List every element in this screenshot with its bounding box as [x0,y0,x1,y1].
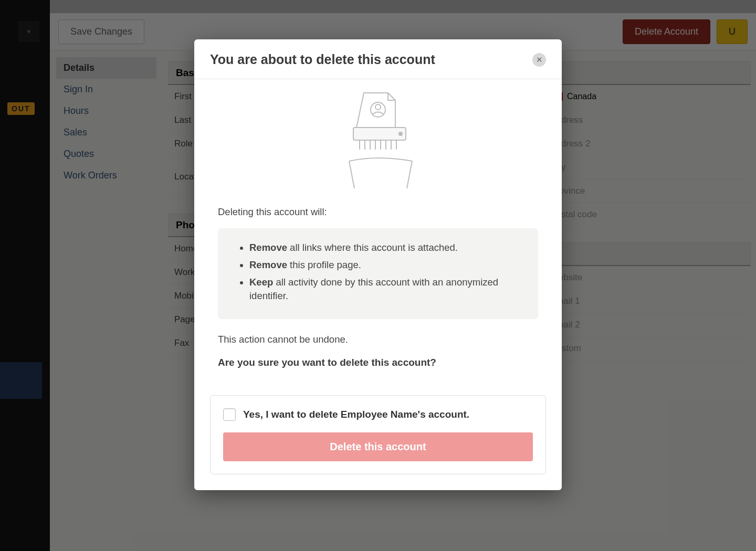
modal-close-button[interactable]: ✕ [532,53,546,67]
bullet2-strong: Remove [249,259,287,270]
bullet1-text: all links where this account is attached… [287,242,458,253]
shredder-illustration-icon [339,91,417,190]
modal-confirm-question: Are you sure you want to delete this acc… [218,356,538,370]
confirm-checkbox[interactable] [223,408,236,421]
bullet2-text: this profile page. [287,259,361,270]
modal-warning: This action cannot be undone. [218,333,538,346]
confirm-checkbox-label: Yes, I want to delete Employee Name's ac… [243,409,469,420]
modal-title: You are about to delete this account [210,52,435,67]
svg-rect-2 [353,128,406,140]
svg-point-3 [399,132,402,135]
consequence-list: Remove all links where this account is a… [218,228,538,319]
modal-intro: Deleting this account will: [218,205,538,219]
bullet3-text: all activity done by this account with a… [249,277,498,302]
delete-confirm-button[interactable]: Delete this account [223,432,533,461]
delete-account-modal: You are about to delete this account ✕ [194,39,562,490]
bullet3-strong: Keep [249,277,273,288]
confirm-panel: Yes, I want to delete Employee Name's ac… [210,395,546,474]
svg-point-1 [375,104,381,110]
close-icon: ✕ [536,56,543,63]
bullet1-strong: Remove [249,242,287,253]
